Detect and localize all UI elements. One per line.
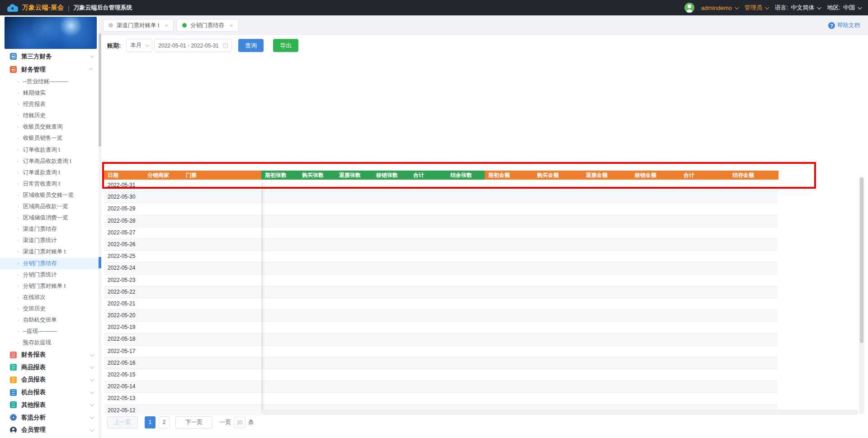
table-row (261, 346, 778, 357)
sidebar-item[interactable]: 账期做实 (0, 87, 101, 99)
sidebar-section[interactable]: 会员管理 (0, 424, 101, 436)
sidebar-item[interactable]: 结账历史 (0, 110, 101, 121)
sidebar-item[interactable]: 渠道门票结存 (0, 224, 101, 235)
tab-channel-ticket-statement[interactable]: 渠道门票对账单 t × (103, 19, 174, 32)
sidebar-section[interactable]: 机台报表 (0, 386, 101, 399)
column-header: 日期 (104, 171, 144, 180)
sidebar-item[interactable]: 订单退款查询 t (0, 167, 101, 178)
tab-label: 分销门票结存 (190, 22, 224, 29)
sidebar-item[interactable]: --提现---------- (0, 326, 101, 337)
section-label: 客流分析 (21, 414, 46, 422)
sidebar-section[interactable]: 会员报表 (0, 374, 101, 386)
sidebar-item[interactable]: 收银员销售一览 (0, 133, 101, 144)
tab-label: 渠道门票对账单 t (117, 22, 159, 29)
sidebar-section[interactable]: 财务报表 (0, 348, 101, 361)
sidebar-item[interactable]: 订单商品收款查询 t (0, 156, 101, 167)
table-row: 2022-05-23 (104, 275, 261, 286)
per-page-input[interactable] (234, 417, 245, 428)
table-row (261, 381, 778, 393)
chevron-down-icon (858, 5, 862, 10)
query-button[interactable]: 查询 (238, 39, 264, 52)
chevron-down-icon (90, 53, 94, 58)
sidebar-item[interactable]: 预存款提现 (0, 337, 101, 348)
help-icon: ? (828, 22, 835, 29)
main-content: 渠道门票对账单 t × 分销门票结存 × ? 帮助文档 账期: 本月 (101, 15, 868, 438)
column-header: 核销张数 (373, 171, 410, 180)
per-page-suffix: 条 (248, 419, 254, 426)
sidebar-item-label: 渠道门票结存 (23, 226, 57, 232)
sidebar-item[interactable]: 渠道门票对账单 t (0, 246, 101, 257)
sidebar-item[interactable]: 区域储值消费一览 (0, 212, 101, 224)
page-number-button[interactable]: 1 (145, 416, 156, 428)
section-label: 机台报表 (21, 388, 46, 396)
table-row: 2022-05-13 (104, 393, 261, 405)
table-header: 日期分销商家门票 期初张数购买张数退票张数核销张数合计结余张数 期初金额购买金额… (104, 171, 778, 180)
sidebar-section[interactable]: 客流分析 (0, 411, 101, 424)
close-icon[interactable]: × (165, 22, 168, 29)
date-cell: 2022-05-24 (108, 265, 135, 271)
help-label: 帮助文档 (837, 22, 860, 29)
period-select[interactable]: 本月 (126, 39, 152, 52)
sidebar-item[interactable]: 分销门票统计 (0, 269, 101, 281)
avatar[interactable] (684, 3, 694, 13)
region-menu[interactable]: 地区: 中国 (827, 4, 861, 12)
sidebar-item[interactable]: 渠道门票统计 (0, 235, 101, 246)
sidebar-item-label: 交班历史 (23, 305, 46, 312)
table-row: 2022-05-22 (104, 286, 261, 298)
sidebar-section[interactable]: 商品报表 (0, 361, 101, 374)
tab-distribution-ticket-balance[interactable]: 分销门票结存 × (177, 19, 239, 32)
sidebar-item-label: 分销门票结存 (23, 260, 57, 267)
system-title: 万象云端后台管理系统 (74, 4, 132, 12)
sidebar-item[interactable]: 订单收款查询 t (0, 144, 101, 156)
sidebar-item-label: 预存款提现 (23, 339, 52, 346)
sidebar-item[interactable]: --营业结账---------- (0, 76, 101, 87)
table-row: 2022-05-28 (104, 215, 261, 227)
next-page-button[interactable]: 下一页 (175, 416, 212, 428)
sidebar-section[interactable]: 其他报表 (0, 399, 101, 411)
table-row (261, 262, 778, 274)
horizontal-scrollbar[interactable] (261, 409, 858, 415)
language-menu[interactable]: 语言: 中文简体 (775, 4, 821, 12)
table-row (261, 239, 778, 251)
sidebar-item-label: 渠道门票对账单 t (23, 248, 66, 255)
sidebar-item[interactable]: 在线班次 (0, 292, 101, 303)
table-row (261, 191, 778, 203)
sidebar-item[interactable]: 区域收银员交账一览 (0, 190, 101, 201)
help-docs-link[interactable]: ? 帮助文档 (828, 22, 860, 29)
filter-bar: 账期: 本月 2022-05-01 - 2022-05-31 查询 导出 (107, 39, 298, 52)
sidebar-section-third-party-finance[interactable]: 第三方财务 (0, 50, 101, 63)
table-row (261, 251, 778, 262)
prev-page-button[interactable]: 上一页 (107, 416, 138, 428)
title-divider: | (68, 5, 69, 11)
sidebar-item[interactable]: 收银员交账查询 (0, 121, 101, 133)
sidebar-item-label: 区域收银员交账一览 (23, 192, 74, 198)
section-label: 财务报表 (21, 351, 46, 359)
period-value: 本月 (130, 42, 142, 49)
sidebar-item[interactable]: 分销门票对账单 t (0, 281, 101, 292)
user-menu[interactable]: admindemo (701, 5, 738, 11)
table-row: 2022-05-12 (104, 405, 261, 415)
chevron-down-icon (90, 390, 94, 394)
vertical-scrollbar-thumb[interactable] (860, 177, 863, 343)
header-group-counts: 期初张数购买张数退票张数核销张数合计结余张数 (261, 171, 485, 180)
table-row: 2022-05-31 (104, 180, 261, 191)
table-row: 2022-05-29 (104, 203, 261, 215)
close-icon[interactable]: × (230, 22, 233, 29)
table-row: 2022-05-25 (104, 251, 261, 262)
role-menu[interactable]: 管理员 (745, 4, 768, 12)
sidebar-item[interactable]: 分销门票结存 (0, 258, 101, 269)
table-row: 2022-05-27 (104, 227, 261, 239)
table-row: 2022-05-30 (104, 191, 261, 203)
date-range-input[interactable]: 2022-05-01 - 2022-05-31 (154, 39, 232, 52)
export-button[interactable]: 导出 (273, 39, 298, 52)
sidebar-item[interactable]: 自助机交班单 (0, 314, 101, 326)
sidebar-section-finance-management[interactable]: 财务管理 (0, 63, 101, 76)
vertical-scrollbar[interactable] (859, 176, 864, 414)
sidebar-item[interactable]: 区域商品收款一览 (0, 201, 101, 212)
page-number-button[interactable]: 2 (159, 416, 170, 428)
sidebar-item[interactable]: 经营报表 (0, 99, 101, 110)
sidebar-item[interactable]: 日常营收查询 t (0, 178, 101, 190)
table-row: 2022-05-14 (104, 381, 261, 393)
sidebar-item[interactable]: 交班历史 (0, 303, 101, 314)
pagination-bar: 上一页 12 下一页 一页 条 (107, 416, 254, 428)
